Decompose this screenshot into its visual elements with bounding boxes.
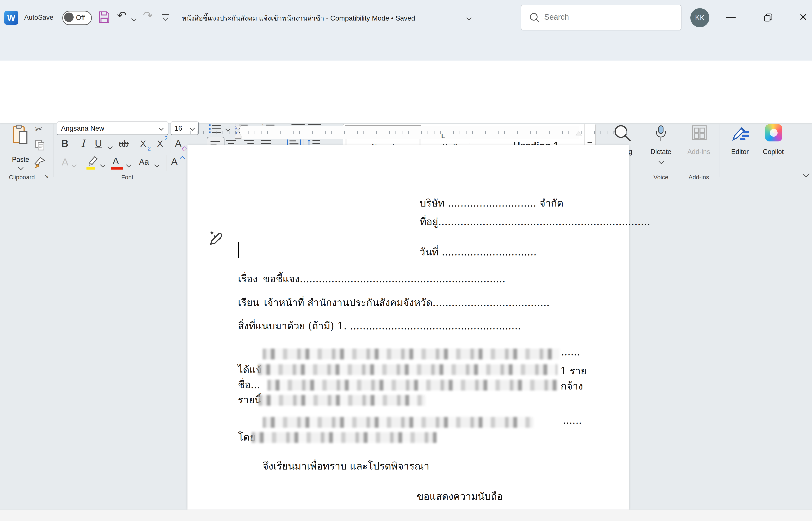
search-input[interactable]	[544, 7, 675, 27]
word-logo-icon[interactable]: W	[4, 11, 18, 25]
save-icon	[98, 10, 110, 24]
redacted-text	[262, 349, 560, 359]
address-line[interactable]: ที่อยู่.................................…	[420, 214, 650, 229]
search-box[interactable]	[521, 5, 682, 30]
undo-button[interactable]: ↶	[117, 9, 127, 22]
undo-chevron-icon[interactable]	[131, 16, 136, 21]
company-line[interactable]: บริษัท ............................ จำกั…	[420, 195, 563, 211]
redacted-line5-trail: ......	[563, 414, 582, 426]
date-line[interactable]: วันที่ ..............................	[420, 244, 537, 260]
body-line2-suffix: 1 ราย	[560, 363, 586, 379]
minimize-button[interactable]	[726, 17, 735, 18]
to-label[interactable]: เรียน	[238, 295, 259, 310]
avatar[interactable]: KK	[690, 8, 709, 27]
restore-button[interactable]	[763, 12, 774, 23]
ribbon: Paste ✂ Clipboard ↘ Angsana New 16 B I U…	[0, 61, 812, 123]
redacted-text	[252, 432, 436, 443]
first-line-indent-marker[interactable]	[235, 126, 241, 130]
document-title[interactable]: หนังสือชี้แจงประกันสังคม แจ้งเข้าพนักงาน…	[182, 13, 415, 24]
ruler-ticks	[191, 131, 629, 134]
redacted-line1-trail: ......	[561, 346, 580, 358]
signoff-line[interactable]: ขอแสดงความนับถือ	[417, 488, 503, 504]
subject-text[interactable]: ขอชี้แจง................................…	[263, 271, 506, 287]
left-indent-marker[interactable]	[235, 136, 241, 138]
toggle-knob	[64, 13, 73, 22]
restore-icon	[763, 12, 774, 23]
autosave-toggle[interactable]: Off	[62, 11, 92, 25]
status-bar: Page 1 of 1 136 words English (United St…	[0, 509, 812, 521]
document-area[interactable]: บริษัท ............................ จำกั…	[0, 140, 812, 509]
hanging-indent-marker[interactable]	[235, 132, 241, 136]
ribbon-tab-row: File Home Insert Draw Design Layout Refe…	[0, 36, 812, 61]
text-cursor	[238, 242, 239, 258]
autosave-state: Off	[76, 14, 85, 22]
redacted-text	[262, 417, 533, 428]
attachment-line[interactable]: สิ่งที่แนบมาด้วย (ถ้ามี) 1. ............…	[238, 318, 521, 334]
subject-label[interactable]: เรื่อง	[238, 271, 258, 287]
ruler[interactable]: 1 2 3 4 5 6 L	[0, 123, 812, 140]
autosave-label: AutoSave	[24, 14, 53, 21]
search-icon	[529, 12, 540, 23]
close-button[interactable]: ×	[799, 9, 807, 24]
qat-customize-button[interactable]	[162, 14, 169, 21]
closing-line[interactable]: จึงเรียนมาเพื่อทราบ และโปรดพิจารณา	[262, 458, 429, 474]
save-button[interactable]	[98, 10, 110, 24]
right-indent-marker[interactable]	[576, 132, 581, 136]
redacted-text	[258, 364, 558, 375]
word-window: W AutoSave Off ↶ ↷ หนังสือชี้แจงประกันสั…	[0, 0, 812, 521]
title-chevron-icon[interactable]	[466, 15, 471, 20]
copilot-ink-pen-icon[interactable]	[206, 228, 225, 247]
title-bar: W AutoSave Off ↶ ↷ หนังสือชี้แจงประกันสั…	[0, 0, 812, 36]
body-line4-prefix[interactable]: รายนี้	[238, 392, 261, 408]
redacted-text	[258, 395, 425, 406]
redacted-text	[268, 380, 558, 391]
tab-stop-marker[interactable]: L	[441, 132, 445, 140]
body-line3-suffix: กจ้าง	[561, 378, 583, 394]
redo-button[interactable]: ↷	[143, 9, 153, 22]
body-line3-prefix[interactable]: ชื่อ...	[238, 377, 260, 392]
to-text[interactable]: เจ้าหน้าที่ สำนักงานประกันสังคมจังหวัด..…	[264, 295, 550, 310]
